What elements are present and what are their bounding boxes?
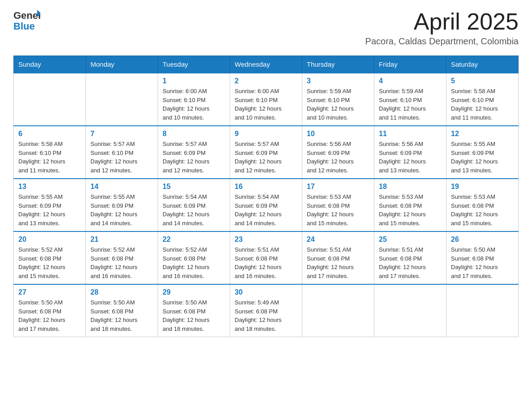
day-info: Sunrise: 5:59 AMSunset: 6:10 PMDaylight:… — [307, 87, 369, 122]
day-info: Sunrise: 5:56 AMSunset: 6:09 PMDaylight:… — [307, 140, 369, 175]
day-info: Sunrise: 5:56 AMSunset: 6:09 PMDaylight:… — [379, 140, 442, 175]
day-number: 22 — [163, 235, 225, 244]
day-info: Sunrise: 5:51 AMSunset: 6:08 PMDaylight:… — [235, 245, 297, 280]
calendar-cell-4-0-5: 4Sunrise: 5:59 AMSunset: 6:10 PMDaylight… — [374, 73, 446, 126]
day-number: 15 — [163, 183, 225, 191]
calendar-cell-12-1-6: 12Sunrise: 5:55 AMSunset: 6:09 PMDayligh… — [446, 126, 519, 179]
calendar-cell-30-4-3: 30Sunrise: 5:49 AMSunset: 6:08 PMDayligh… — [230, 284, 302, 337]
day-info: Sunrise: 5:53 AMSunset: 6:08 PMDaylight:… — [451, 193, 514, 227]
calendar-cell-2-0-3: 2Sunrise: 6:00 AMSunset: 6:10 PMDaylight… — [230, 73, 302, 126]
calendar-cell-6-1-0: 6Sunrise: 5:58 AMSunset: 6:10 PMDaylight… — [14, 126, 86, 179]
calendar-cell-8-1-2: 8Sunrise: 5:57 AMSunset: 6:09 PMDaylight… — [158, 126, 230, 179]
day-info: Sunrise: 5:50 AMSunset: 6:08 PMDaylight:… — [163, 298, 225, 333]
calendar-cell-27-4-0: 27Sunrise: 5:50 AMSunset: 6:08 PMDayligh… — [14, 284, 86, 337]
day-number: 1 — [163, 77, 225, 85]
location-subtitle: Pacora, Caldas Department, Colombia — [365, 36, 519, 47]
week-row-1: 1Sunrise: 6:00 AMSunset: 6:10 PMDaylight… — [14, 73, 519, 126]
day-info: Sunrise: 5:57 AMSunset: 6:10 PMDaylight:… — [90, 140, 153, 175]
weekday-header-saturday: Saturday — [446, 56, 519, 73]
calendar-cell-17-2-4: 17Sunrise: 5:53 AMSunset: 6:08 PMDayligh… — [302, 179, 374, 231]
day-info: Sunrise: 5:50 AMSunset: 6:08 PMDaylight:… — [451, 245, 514, 280]
day-number: 3 — [307, 77, 369, 85]
week-row-2: 6Sunrise: 5:58 AMSunset: 6:10 PMDaylight… — [14, 126, 519, 179]
day-info: Sunrise: 5:58 AMSunset: 6:10 PMDaylight:… — [18, 140, 81, 175]
day-number: 5 — [451, 77, 514, 85]
day-number: 25 — [379, 235, 442, 244]
calendar-cell-5-0-6: 5Sunrise: 5:58 AMSunset: 6:10 PMDaylight… — [446, 73, 519, 126]
calendar-cell-11-1-5: 11Sunrise: 5:56 AMSunset: 6:09 PMDayligh… — [374, 126, 446, 179]
weekday-header-monday: Monday — [86, 56, 158, 73]
title-block: April 2025 Pacora, Caldas Department, Co… — [365, 9, 519, 47]
day-info: Sunrise: 5:51 AMSunset: 6:08 PMDaylight:… — [379, 245, 442, 280]
day-info: Sunrise: 5:55 AMSunset: 6:09 PMDaylight:… — [18, 193, 81, 227]
day-number: 23 — [235, 235, 297, 244]
day-number: 7 — [90, 130, 153, 138]
calendar-cell-7-1-1: 7Sunrise: 5:57 AMSunset: 6:10 PMDaylight… — [86, 126, 158, 179]
day-number: 19 — [451, 183, 514, 191]
calendar-cell-empty-0-0 — [14, 73, 86, 126]
weekday-header-row: SundayMondayTuesdayWednesdayThursdayFrid… — [14, 56, 519, 73]
week-row-4: 20Sunrise: 5:52 AMSunset: 6:08 PMDayligh… — [14, 231, 519, 284]
svg-text:Blue: Blue — [13, 21, 35, 32]
weekday-header-tuesday: Tuesday — [158, 56, 230, 73]
day-number: 16 — [235, 183, 297, 191]
day-number: 4 — [379, 77, 442, 85]
day-number: 17 — [307, 183, 369, 191]
day-number: 10 — [307, 130, 369, 138]
day-number: 11 — [379, 130, 442, 138]
weekday-header-wednesday: Wednesday — [230, 56, 302, 73]
calendar-cell-19-2-6: 19Sunrise: 5:53 AMSunset: 6:08 PMDayligh… — [446, 179, 519, 231]
calendar-cell-15-2-2: 15Sunrise: 5:54 AMSunset: 6:09 PMDayligh… — [158, 179, 230, 231]
day-number: 12 — [451, 130, 514, 138]
day-info: Sunrise: 5:57 AMSunset: 6:09 PMDaylight:… — [163, 140, 225, 175]
calendar-cell-29-4-2: 29Sunrise: 5:50 AMSunset: 6:08 PMDayligh… — [158, 284, 230, 337]
day-number: 29 — [163, 288, 225, 296]
day-number: 28 — [90, 288, 153, 296]
day-info: Sunrise: 6:00 AMSunset: 6:10 PMDaylight:… — [235, 87, 297, 122]
month-title: April 2025 — [365, 9, 519, 34]
day-number: 21 — [90, 235, 153, 244]
weekday-header-friday: Friday — [374, 56, 446, 73]
calendar-cell-28-4-1: 28Sunrise: 5:50 AMSunset: 6:08 PMDayligh… — [86, 284, 158, 337]
calendar-cell-26-3-6: 26Sunrise: 5:50 AMSunset: 6:08 PMDayligh… — [446, 231, 519, 284]
day-info: Sunrise: 5:54 AMSunset: 6:09 PMDaylight:… — [235, 193, 297, 227]
weekday-header-sunday: Sunday — [14, 56, 86, 73]
weekday-header-thursday: Thursday — [302, 56, 374, 73]
day-info: Sunrise: 5:59 AMSunset: 6:10 PMDaylight:… — [379, 87, 442, 122]
calendar-cell-18-2-5: 18Sunrise: 5:53 AMSunset: 6:08 PMDayligh… — [374, 179, 446, 231]
calendar-cell-empty-4-6 — [446, 284, 519, 337]
day-number: 26 — [451, 235, 514, 244]
day-info: Sunrise: 5:52 AMSunset: 6:08 PMDaylight:… — [163, 245, 225, 280]
day-info: Sunrise: 5:49 AMSunset: 6:08 PMDaylight:… — [235, 298, 297, 333]
day-number: 9 — [235, 130, 297, 138]
calendar-cell-empty-4-5 — [374, 284, 446, 337]
day-info: Sunrise: 5:55 AMSunset: 6:09 PMDaylight:… — [90, 193, 153, 227]
logo: General Blue — [13, 9, 40, 34]
day-info: Sunrise: 5:53 AMSunset: 6:08 PMDaylight:… — [307, 193, 369, 227]
calendar-cell-16-2-3: 16Sunrise: 5:54 AMSunset: 6:09 PMDayligh… — [230, 179, 302, 231]
day-number: 8 — [163, 130, 225, 138]
calendar-cell-20-3-0: 20Sunrise: 5:52 AMSunset: 6:08 PMDayligh… — [14, 231, 86, 284]
day-info: Sunrise: 5:50 AMSunset: 6:08 PMDaylight:… — [18, 298, 81, 333]
logo-svg: General Blue — [13, 9, 40, 34]
day-number: 30 — [235, 288, 297, 296]
calendar-cell-21-3-1: 21Sunrise: 5:52 AMSunset: 6:08 PMDayligh… — [86, 231, 158, 284]
day-number: 27 — [18, 288, 81, 296]
calendar-cell-24-3-4: 24Sunrise: 5:51 AMSunset: 6:08 PMDayligh… — [302, 231, 374, 284]
week-row-5: 27Sunrise: 5:50 AMSunset: 6:08 PMDayligh… — [14, 284, 519, 337]
day-number: 20 — [18, 235, 81, 244]
day-number: 6 — [18, 130, 81, 138]
day-info: Sunrise: 5:54 AMSunset: 6:09 PMDaylight:… — [163, 193, 225, 227]
logo-icon: General Blue — [13, 9, 40, 34]
calendar-cell-23-3-3: 23Sunrise: 5:51 AMSunset: 6:08 PMDayligh… — [230, 231, 302, 284]
day-info: Sunrise: 5:58 AMSunset: 6:10 PMDaylight:… — [451, 87, 514, 122]
calendar-cell-25-3-5: 25Sunrise: 5:51 AMSunset: 6:08 PMDayligh… — [374, 231, 446, 284]
calendar-cell-14-2-1: 14Sunrise: 5:55 AMSunset: 6:09 PMDayligh… — [86, 179, 158, 231]
day-info: Sunrise: 5:55 AMSunset: 6:09 PMDaylight:… — [451, 140, 514, 175]
day-info: Sunrise: 5:52 AMSunset: 6:08 PMDaylight:… — [90, 245, 153, 280]
day-number: 18 — [379, 183, 442, 191]
page-header: General Blue April 2025 Pacora, Caldas D… — [13, 9, 519, 47]
svg-text:General: General — [13, 10, 40, 21]
calendar-cell-1-0-2: 1Sunrise: 6:00 AMSunset: 6:10 PMDaylight… — [158, 73, 230, 126]
calendar-cell-3-0-4: 3Sunrise: 5:59 AMSunset: 6:10 PMDaylight… — [302, 73, 374, 126]
